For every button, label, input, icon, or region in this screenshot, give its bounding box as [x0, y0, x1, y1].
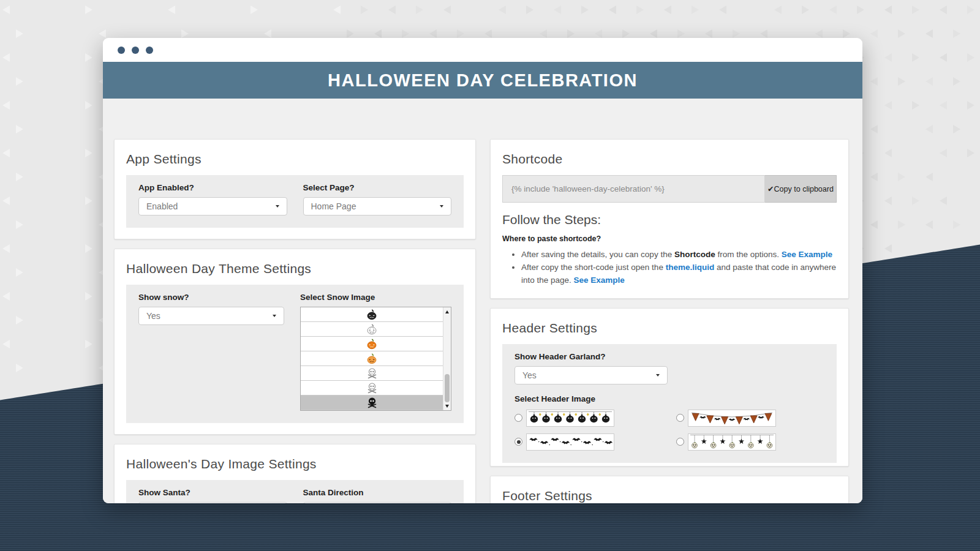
header-image-option-pumpkin-garland[interactable]	[514, 410, 676, 427]
chevron-down-icon	[276, 205, 279, 208]
scroll-up-icon[interactable]	[443, 308, 451, 315]
header-image-option-bat-garland[interactable]	[514, 433, 676, 451]
window-titlebar	[103, 38, 862, 62]
app-enabled-select[interactable]: Enabled	[138, 197, 287, 216]
image-settings-card: Halloween's Day Image Settings Show Sant…	[114, 444, 476, 503]
field-label: App Enabled?	[138, 183, 287, 192]
show-snow-select[interactable]: Yes	[138, 307, 284, 325]
card-title: Halloween Day Theme Settings	[126, 261, 464, 276]
pumpkin-orange-icon	[366, 339, 377, 350]
header-settings-panel: Show Header Garland? Yes Select Header I…	[502, 344, 837, 463]
chevron-down-icon	[273, 315, 276, 317]
show-header-garland-select[interactable]: Yes	[514, 366, 668, 384]
app-enabled-field: App Enabled? Enabled	[138, 183, 287, 216]
instruction-bullet: After saving the details, you can copy t…	[521, 249, 837, 261]
header-image-radio[interactable]	[676, 414, 684, 422]
show-santa-field: Show Santa? Yes	[138, 488, 287, 503]
santa-direction-select[interactable]: Bottom Left	[303, 502, 452, 503]
chevron-down-icon	[440, 205, 443, 208]
select-page-select[interactable]: Home Page	[303, 197, 452, 216]
window-control-dot	[146, 47, 153, 54]
card-title: Footer Settings	[502, 489, 837, 503]
shortcode-card: Shortcode {% include 'halloween-day-cele…	[490, 139, 849, 299]
header-image-option-pennant-bat-garland[interactable]	[676, 410, 824, 427]
field-label: Show Header Garland?	[514, 352, 824, 361]
skull-solid-icon	[366, 397, 378, 408]
field-label: Show snow?	[138, 293, 284, 302]
field-label: Show Santa?	[138, 488, 287, 497]
theme-settings-panel: Show snow? Yes Select Snow Image	[126, 285, 464, 423]
check-icon: ✔	[767, 184, 774, 193]
theme-settings-card: Halloween Day Theme Settings Show snow? …	[114, 249, 476, 435]
star-skull-garland-icon	[688, 433, 776, 451]
snow-image-listbox[interactable]	[300, 307, 451, 411]
show-santa-select[interactable]: Yes	[138, 502, 287, 503]
page-content: App Settings App Enabled? Enabled Select…	[103, 99, 862, 503]
listbox-scrollbar[interactable]	[443, 307, 451, 410]
browser-window: HALLOWEEN DAY CELEBRATION App Settings A…	[103, 38, 862, 503]
header-image-radio[interactable]	[676, 438, 684, 446]
app-header-band: HALLOWEEN DAY CELEBRATION	[103, 62, 862, 99]
show-snow-field: Show snow? Yes	[138, 293, 284, 411]
pumpkin-garland-icon	[526, 410, 614, 427]
app-settings-panel: App Enabled? Enabled Select Page? Home P…	[126, 175, 464, 228]
app-settings-card: App Settings App Enabled? Enabled Select…	[114, 139, 476, 239]
see-example-link[interactable]: See Example	[574, 276, 625, 285]
header-image-option-star-skull-garland[interactable]	[676, 433, 824, 451]
header-image-radio[interactable]	[514, 438, 522, 446]
image-settings-panel: Show Santa? Yes Santa Direction Bottom L…	[126, 480, 464, 503]
footer-settings-card: Footer Settings	[490, 476, 849, 503]
field-label: Santa Direction	[303, 488, 452, 497]
window-control-dot	[132, 47, 139, 54]
snow-image-option-pumpkin-orange-light[interactable]	[301, 351, 443, 366]
card-title: Shortcode	[502, 152, 837, 167]
bat-garland-icon	[526, 433, 614, 451]
page-title: HALLOWEEN DAY CELEBRATION	[328, 70, 638, 91]
skull-outline-2-icon	[366, 382, 378, 394]
header-image-radio[interactable]	[514, 414, 522, 422]
window-control-dot	[118, 47, 125, 54]
pennant-bat-garland-icon	[688, 410, 776, 427]
card-title: Header Settings	[502, 321, 837, 335]
pumpkin-outline-icon	[366, 324, 377, 335]
instruction-bullet: After copy the short-code just open the …	[521, 261, 837, 287]
see-example-link[interactable]: theme.liquid	[666, 263, 715, 272]
steps-title: Follow the Steps:	[502, 212, 837, 227]
copy-to-clipboard-button[interactable]: ✔ Copy to clipboard	[765, 175, 837, 203]
left-column: App Settings App Enabled? Enabled Select…	[114, 139, 476, 503]
snow-image-option-pumpkin-orange[interactable]	[301, 337, 443, 351]
pumpkin-dark-icon	[366, 309, 377, 320]
card-title: Halloween's Day Image Settings	[126, 457, 464, 471]
snow-image-option-skull-outline[interactable]	[301, 366, 443, 381]
field-label: Select Header Image	[514, 394, 824, 403]
snow-image-option-pumpkin-outline[interactable]	[301, 322, 443, 337]
snow-image-option-skull-solid[interactable]	[301, 395, 443, 410]
santa-direction-field: Santa Direction Bottom Left	[303, 488, 452, 503]
card-title: App Settings	[126, 152, 464, 167]
see-example-link[interactable]: See Example	[782, 250, 832, 259]
chevron-down-icon	[656, 374, 660, 377]
select-page-field: Select Page? Home Page	[303, 183, 452, 216]
field-label: Select Snow Image	[300, 293, 451, 302]
instructions-list: After saving the details, you can copy t…	[521, 249, 837, 287]
snow-image-option-pumpkin-dark[interactable]	[301, 307, 443, 322]
pumpkin-orange-light-icon	[366, 353, 377, 364]
snow-image-option-skull-outline-2[interactable]	[301, 381, 443, 395]
scrollbar-thumb[interactable]	[445, 374, 450, 402]
shortcode-input[interactable]: {% include 'halloween-day-celebration' %…	[502, 175, 765, 203]
skull-outline-icon	[366, 367, 378, 379]
right-column: Shortcode {% include 'halloween-day-cele…	[490, 139, 849, 503]
where-to-paste-question: Where to paste shortcode?	[502, 234, 837, 243]
header-image-options	[514, 410, 824, 451]
snow-image-field: Select Snow Image	[300, 293, 451, 411]
header-settings-card: Header Settings Show Header Garland? Yes…	[490, 308, 849, 467]
scroll-down-icon[interactable]	[443, 402, 451, 410]
field-label: Select Page?	[303, 183, 452, 192]
